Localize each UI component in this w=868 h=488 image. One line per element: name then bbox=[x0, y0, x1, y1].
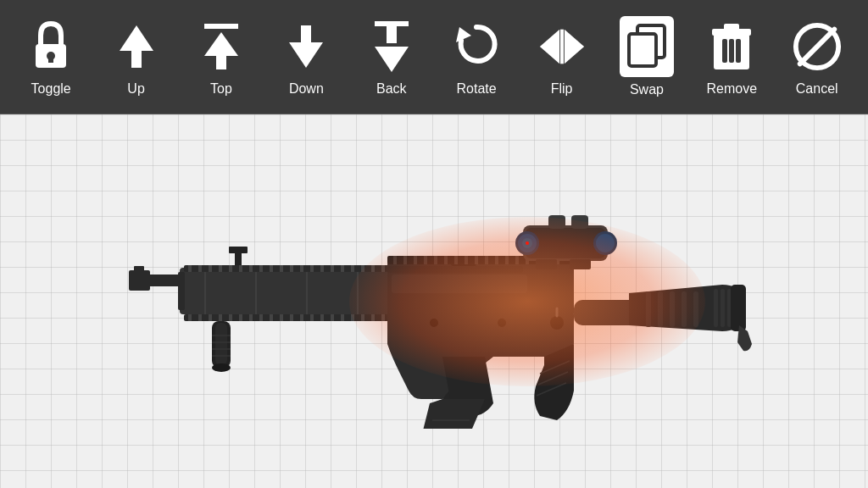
flip-label: Flip bbox=[551, 81, 573, 97]
svg-rect-96 bbox=[434, 256, 437, 264]
svg-point-126 bbox=[498, 319, 506, 327]
svg-rect-73 bbox=[361, 314, 364, 321]
svg-rect-71 bbox=[341, 314, 344, 321]
svg-rect-119 bbox=[536, 259, 557, 269]
svg-marker-12 bbox=[375, 47, 409, 72]
flip-icon-wrap bbox=[537, 17, 587, 76]
svg-rect-117 bbox=[548, 215, 565, 229]
svg-marker-3 bbox=[120, 25, 153, 51]
svg-rect-120 bbox=[570, 259, 591, 269]
svg-rect-99 bbox=[465, 256, 468, 264]
toggle-icon-wrap bbox=[25, 17, 76, 76]
top-icon bbox=[199, 20, 243, 73]
svg-rect-66 bbox=[290, 314, 293, 321]
svg-rect-53 bbox=[371, 265, 375, 272]
svg-rect-102 bbox=[495, 256, 498, 264]
swap-icon bbox=[626, 22, 668, 71]
back-icon-wrap bbox=[366, 17, 417, 76]
svg-rect-100 bbox=[475, 256, 478, 264]
svg-rect-74 bbox=[371, 314, 375, 321]
svg-rect-67 bbox=[300, 314, 303, 321]
svg-rect-8 bbox=[301, 25, 311, 42]
toolbar-rotate[interactable]: Rotate bbox=[442, 17, 510, 97]
svg-rect-36 bbox=[198, 265, 202, 272]
back-icon bbox=[370, 18, 414, 75]
up-label: Up bbox=[127, 81, 144, 97]
toolbar-up[interactable]: Up bbox=[103, 17, 170, 97]
svg-rect-46 bbox=[300, 265, 303, 272]
rotate-label: Rotate bbox=[457, 81, 497, 97]
svg-rect-4 bbox=[131, 51, 142, 68]
svg-rect-75 bbox=[381, 314, 385, 321]
svg-point-115 bbox=[596, 234, 615, 252]
down-label: Down bbox=[289, 81, 324, 97]
svg-rect-54 bbox=[381, 265, 385, 272]
svg-rect-21 bbox=[724, 24, 739, 30]
cancel-icon-wrap bbox=[792, 17, 843, 76]
svg-rect-76 bbox=[178, 272, 185, 310]
toggle-label: Toggle bbox=[31, 81, 71, 97]
gun-container bbox=[86, 175, 782, 429]
svg-rect-70 bbox=[331, 314, 334, 321]
svg-marker-6 bbox=[204, 32, 238, 56]
rotate-icon-wrap bbox=[451, 17, 502, 76]
toolbar-back[interactable]: Back bbox=[358, 17, 426, 97]
svg-rect-59 bbox=[219, 314, 222, 321]
toolbar-flip[interactable]: Flip bbox=[528, 17, 596, 97]
remove-icon-wrap bbox=[706, 17, 757, 76]
svg-rect-38 bbox=[219, 265, 222, 272]
svg-rect-5 bbox=[204, 24, 238, 29]
svg-rect-2 bbox=[48, 56, 53, 63]
toolbar-toggle[interactable]: Toggle bbox=[17, 17, 85, 97]
svg-line-26 bbox=[799, 30, 834, 64]
svg-marker-13 bbox=[456, 27, 471, 42]
svg-rect-7 bbox=[216, 56, 226, 69]
svg-rect-60 bbox=[229, 314, 232, 321]
svg-rect-58 bbox=[209, 314, 212, 321]
svg-rect-140 bbox=[731, 285, 746, 331]
svg-rect-43 bbox=[270, 265, 273, 272]
svg-rect-82 bbox=[215, 323, 227, 365]
svg-rect-24 bbox=[736, 39, 741, 63]
lock-icon bbox=[29, 20, 73, 73]
svg-marker-15 bbox=[564, 30, 583, 64]
up-icon-wrap bbox=[111, 17, 162, 76]
cancel-label: Cancel bbox=[796, 81, 838, 97]
svg-rect-35 bbox=[188, 265, 192, 272]
svg-rect-49 bbox=[331, 265, 334, 272]
svg-rect-103 bbox=[505, 256, 509, 264]
toolbar-swap[interactable]: Swap bbox=[613, 16, 681, 97]
flip-icon bbox=[537, 20, 587, 73]
toolbar: Toggle Up Top Down bbox=[0, 0, 868, 114]
svg-rect-133 bbox=[658, 291, 663, 327]
svg-rect-62 bbox=[249, 314, 253, 321]
svg-rect-44 bbox=[280, 265, 283, 272]
svg-rect-39 bbox=[229, 265, 232, 272]
toolbar-cancel[interactable]: Cancel bbox=[783, 17, 851, 97]
svg-rect-18 bbox=[629, 34, 656, 66]
toolbar-remove[interactable]: Remove bbox=[698, 17, 765, 97]
down-icon-wrap bbox=[281, 17, 331, 76]
canvas-area[interactable] bbox=[0, 114, 868, 488]
svg-rect-56 bbox=[188, 314, 192, 321]
svg-rect-33 bbox=[180, 268, 396, 314]
svg-point-116 bbox=[526, 241, 529, 245]
svg-rect-47 bbox=[310, 265, 314, 272]
svg-rect-22 bbox=[722, 39, 727, 63]
svg-rect-65 bbox=[280, 314, 283, 321]
svg-rect-94 bbox=[414, 256, 417, 264]
top-label: Top bbox=[210, 81, 232, 97]
toolbar-top[interactable]: Top bbox=[187, 17, 255, 97]
top-icon-wrap bbox=[196, 17, 247, 76]
svg-rect-57 bbox=[198, 314, 202, 321]
svg-rect-34 bbox=[184, 265, 392, 272]
svg-rect-118 bbox=[571, 215, 588, 229]
svg-rect-135 bbox=[682, 291, 687, 327]
svg-rect-63 bbox=[259, 314, 263, 321]
toolbar-down[interactable]: Down bbox=[272, 17, 340, 97]
svg-rect-40 bbox=[239, 265, 242, 272]
svg-rect-29 bbox=[134, 266, 144, 271]
svg-rect-138 bbox=[721, 289, 725, 327]
gun-illustration bbox=[86, 175, 782, 429]
svg-rect-10 bbox=[375, 21, 409, 26]
